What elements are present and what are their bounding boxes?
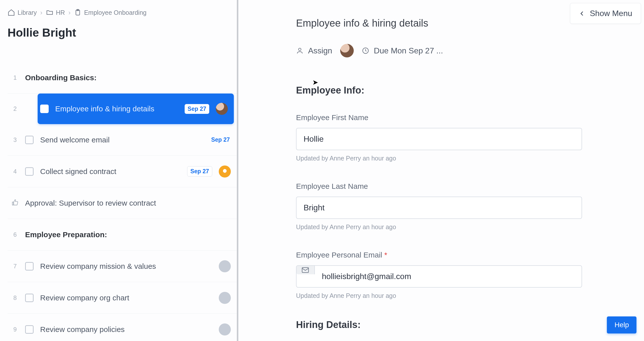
chevron-right-icon: › bbox=[68, 9, 70, 16]
step-collect-signed-contract[interactable]: 4 Collect signed contract Sep 27 bbox=[8, 156, 237, 187]
step-review-mission-values[interactable]: 7 Review company mission & values bbox=[8, 250, 237, 282]
field-updated-meta: Updated by Anne Perry an hour ago bbox=[296, 223, 614, 231]
field-email: Employee Personal Email * Updated by Ann… bbox=[296, 251, 614, 299]
assign-label: Assign bbox=[308, 46, 332, 55]
step-heading-onboarding-basics: 1 Onboarding Basics: bbox=[8, 62, 237, 94]
section-employee-info: Employee Info: bbox=[296, 85, 614, 96]
envelope-icon bbox=[297, 266, 315, 274]
assignee-avatar[interactable] bbox=[219, 165, 231, 178]
step-label: Approval: Supervisor to review contract bbox=[25, 199, 231, 207]
step-due-date[interactable]: Sep 27 bbox=[185, 104, 209, 114]
step-label: Collect signed contract bbox=[40, 167, 181, 176]
step-number: 8 bbox=[8, 294, 23, 301]
section-hiring-details: Hiring Details: bbox=[296, 319, 614, 330]
assignee-avatar[interactable] bbox=[219, 323, 231, 335]
step-checkbox[interactable] bbox=[25, 325, 34, 334]
detail-meta-row: Assign Due Mon Sep 27 ... bbox=[296, 44, 614, 57]
step-number: 6 bbox=[8, 231, 23, 238]
chevron-right-icon: › bbox=[40, 9, 42, 16]
step-row-active-wrap: 2 Employee info & hiring details Sep 27 bbox=[8, 94, 237, 124]
app-root: Library › HR › Employee Onboarding Holli… bbox=[0, 0, 644, 341]
assign-button[interactable]: Assign bbox=[296, 46, 332, 55]
breadcrumb: Library › HR › Employee Onboarding bbox=[8, 9, 237, 16]
assignee-avatar[interactable] bbox=[219, 292, 231, 304]
step-number: 9 bbox=[8, 326, 23, 333]
clock-icon bbox=[362, 47, 369, 54]
home-icon bbox=[8, 9, 15, 16]
email-input-wrap[interactable] bbox=[296, 265, 582, 288]
step-checkbox[interactable] bbox=[25, 167, 34, 176]
step-checkbox[interactable] bbox=[25, 262, 34, 271]
assignee-avatar[interactable] bbox=[340, 44, 354, 57]
first-name-input-wrap[interactable] bbox=[296, 128, 582, 150]
step-number: 2 bbox=[8, 94, 23, 124]
step-review-company-policies[interactable]: 9 Review company policies bbox=[8, 314, 237, 341]
breadcrumb-hr-label: HR bbox=[56, 9, 65, 16]
detail-panel: Employee info & hiring details Assign Du… bbox=[238, 0, 644, 341]
step-review-org-chart[interactable]: 8 Review company org chart bbox=[8, 282, 237, 314]
folder-icon bbox=[46, 9, 53, 16]
first-name-input[interactable] bbox=[304, 134, 575, 144]
step-checkbox[interactable] bbox=[25, 294, 34, 302]
step-label: Review company policies bbox=[40, 325, 212, 334]
step-list: 1 Onboarding Basics: 2 Employee info & h… bbox=[8, 62, 237, 341]
chevron-left-icon bbox=[579, 10, 585, 17]
assignee-avatar[interactable] bbox=[216, 103, 228, 115]
step-label: Review company org chart bbox=[40, 294, 212, 302]
step-checkbox[interactable] bbox=[25, 136, 34, 144]
field-label: Employee Last Name bbox=[296, 182, 614, 191]
field-updated-meta: Updated by Anne Perry an hour ago bbox=[296, 155, 614, 162]
field-label: Employee Personal Email * bbox=[296, 251, 614, 259]
breadcrumb-hr[interactable]: HR bbox=[46, 9, 65, 16]
show-menu-label: Show Menu bbox=[590, 9, 632, 18]
step-send-welcome-email[interactable]: 3 Send welcome email Sep 27 bbox=[8, 124, 237, 156]
step-number: 1 bbox=[8, 74, 23, 81]
breadcrumb-template[interactable]: Employee Onboarding bbox=[74, 9, 147, 16]
clipboard-icon bbox=[74, 9, 82, 16]
breadcrumb-library[interactable]: Library bbox=[8, 9, 37, 16]
svg-rect-4 bbox=[302, 268, 309, 273]
step-approval-supervisor[interactable]: Approval: Supervisor to review contract bbox=[8, 187, 237, 219]
last-name-input[interactable] bbox=[304, 203, 575, 212]
step-label: Send welcome email bbox=[40, 136, 204, 144]
due-date-label: Due Mon Sep 27 ... bbox=[374, 46, 443, 55]
sidebar: Library › HR › Employee Onboarding Holli… bbox=[0, 0, 238, 341]
due-date-button[interactable]: Due Mon Sep 27 ... bbox=[362, 46, 443, 55]
detail-title: Employee info & hiring details bbox=[296, 18, 614, 29]
last-name-input-wrap[interactable] bbox=[296, 197, 582, 219]
user-icon bbox=[296, 47, 304, 54]
step-heading-employee-preparation: 6 Employee Preparation: bbox=[8, 219, 237, 250]
field-label: Employee First Name bbox=[296, 113, 614, 122]
step-label: Review company mission & values bbox=[40, 262, 212, 271]
field-first-name: Employee First Name Updated by Anne Perr… bbox=[296, 113, 614, 162]
step-checkbox[interactable] bbox=[40, 105, 49, 113]
email-input[interactable] bbox=[322, 272, 575, 281]
svg-point-2 bbox=[299, 48, 301, 51]
step-heading-label: Onboarding Basics: bbox=[23, 73, 231, 82]
field-last-name: Employee Last Name Updated by Anne Perry… bbox=[296, 182, 614, 231]
step-employee-info[interactable]: Employee info & hiring details Sep 27 bbox=[38, 94, 234, 124]
step-number: 4 bbox=[8, 168, 23, 175]
field-updated-meta: Updated by Anne Perry an hour ago bbox=[296, 292, 614, 299]
help-button[interactable]: Help bbox=[607, 316, 636, 333]
required-marker: * bbox=[384, 251, 387, 259]
thumbs-up-icon bbox=[8, 199, 23, 207]
step-number: 7 bbox=[8, 263, 23, 270]
page-title: Hollie Bright bbox=[8, 26, 237, 39]
show-menu-button[interactable]: Show Menu bbox=[570, 3, 641, 24]
step-label: Employee info & hiring details bbox=[55, 105, 178, 113]
assignee-avatar[interactable] bbox=[219, 260, 231, 272]
breadcrumb-library-label: Library bbox=[18, 9, 37, 16]
breadcrumb-template-label: Employee Onboarding bbox=[84, 9, 147, 16]
step-heading-label: Employee Preparation: bbox=[23, 230, 231, 239]
step-due-date[interactable]: Sep 27 bbox=[210, 135, 231, 145]
step-due-date[interactable]: Sep 27 bbox=[187, 166, 212, 177]
step-number: 3 bbox=[8, 136, 23, 143]
field-label-text: Employee Personal Email bbox=[296, 251, 382, 259]
